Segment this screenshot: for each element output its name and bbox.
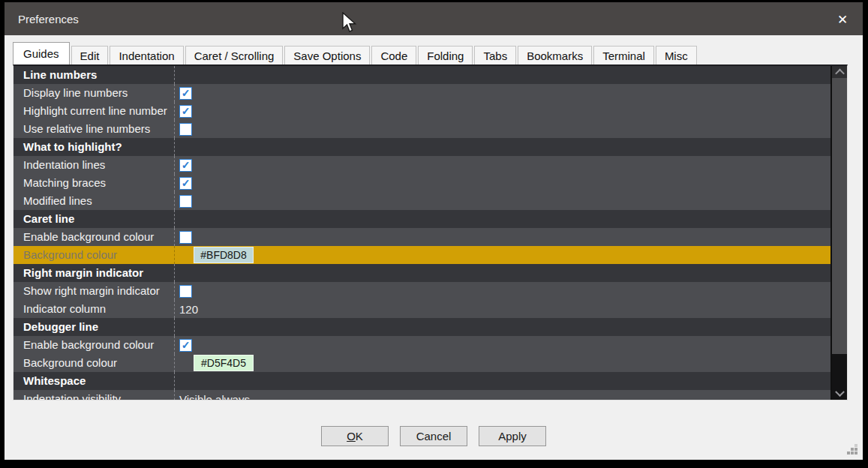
row-label: Debugger line: [14, 318, 174, 336]
setting-row-show-right-margin-indicator[interactable]: Show right margin indicator: [14, 282, 830, 300]
chevron-down-icon: [835, 387, 845, 397]
row-value: [174, 120, 830, 138]
row-label: Right margin indicator: [14, 264, 174, 282]
row-label: Use relative line numbers: [14, 120, 174, 138]
value-text: Visible always: [179, 393, 250, 400]
row-label: What to highlight?: [14, 138, 174, 156]
ok-button[interactable]: OK: [321, 426, 389, 446]
tab-tabs[interactable]: Tabs: [474, 46, 516, 64]
check-icon: ✓: [182, 340, 191, 351]
checkbox[interactable]: ✓: [179, 105, 192, 118]
row-label: Display line numbers: [14, 84, 174, 102]
scroll-up-button[interactable]: [832, 66, 847, 78]
setting-row-indentation-visibility[interactable]: Indentation visibilityVisible always: [14, 390, 830, 400]
tab-misc[interactable]: Misc: [656, 46, 697, 64]
check-icon: ✓: [182, 178, 191, 189]
setting-row-indicator-column[interactable]: Indicator column120: [14, 300, 830, 318]
row-value: ✓: [174, 336, 830, 354]
checkbox[interactable]: [179, 123, 192, 136]
row-value: [174, 138, 830, 156]
setting-row-highlight-current-line-number[interactable]: Highlight current line number✓: [14, 102, 830, 120]
row-label: Enable background colour: [14, 336, 174, 354]
setting-row-matching-braces[interactable]: Matching braces✓: [14, 174, 830, 192]
tab-code[interactable]: Code: [371, 46, 416, 64]
value-text: 120: [179, 303, 198, 316]
section-header-caret-line: Caret line: [14, 210, 830, 228]
section-header-right-margin-indicator: Right margin indicator: [14, 264, 830, 282]
row-value: #D5F4D5: [174, 354, 830, 372]
tab-bookmarks[interactable]: Bookmarks: [518, 46, 592, 64]
row-value: [174, 228, 830, 246]
chevron-up-icon: [835, 68, 845, 78]
row-value: [174, 282, 830, 300]
section-header-what-to-highlight: What to highlight?: [14, 138, 830, 156]
row-value: [174, 66, 830, 84]
section-header-line-numbers: Line numbers: [14, 66, 830, 84]
row-value: [174, 264, 830, 282]
setting-row-modified-lines[interactable]: Modified lines: [14, 192, 830, 210]
row-label: Background colour: [14, 354, 174, 372]
section-header-debugger-line: Debugger line: [14, 318, 830, 336]
row-value: ✓: [174, 84, 830, 102]
check-icon: ✓: [182, 160, 191, 171]
close-icon[interactable]: ✕: [832, 9, 853, 30]
tab-save-options[interactable]: Save Options: [284, 46, 370, 64]
window-title: Preferences: [18, 13, 79, 26]
row-label: Matching braces: [14, 174, 174, 192]
checkbox[interactable]: ✓: [179, 177, 192, 190]
tab-indentation[interactable]: Indentation: [110, 46, 183, 64]
row-value: [174, 192, 830, 210]
checkbox[interactable]: ✓: [179, 87, 192, 100]
scrollbar-thumb[interactable]: [832, 78, 847, 354]
setting-row-enable-background-colour[interactable]: Enable background colour✓: [14, 336, 830, 354]
tab-caret-scrolling[interactable]: Caret / Scrolling: [185, 46, 284, 64]
tab-bar: GuidesEditIndentationCaret / ScrollingSa…: [13, 42, 697, 64]
setting-row-use-relative-line-numbers[interactable]: Use relative line numbers: [14, 120, 830, 138]
apply-button[interactable]: Apply: [479, 426, 546, 446]
row-value: Visible always: [174, 390, 830, 400]
setting-row-display-line-numbers[interactable]: Display line numbers✓: [14, 84, 830, 102]
row-label: Indicator column: [14, 300, 174, 318]
row-value: [174, 210, 830, 228]
section-header-whitespace: Whitespace: [14, 372, 830, 390]
checkbox[interactable]: [179, 231, 192, 244]
tab-folding[interactable]: Folding: [418, 46, 473, 64]
row-label: Whitespace: [14, 372, 174, 390]
row-label: Indentation lines: [14, 156, 174, 174]
scroll-down-button[interactable]: [832, 388, 847, 400]
row-label: Modified lines: [14, 192, 174, 210]
scrollbar-track[interactable]: [832, 354, 847, 388]
checkbox[interactable]: [179, 195, 192, 208]
checkbox[interactable]: [179, 285, 192, 298]
preferences-dialog: Preferences ✕ GuidesEditIndentationCaret…: [5, 2, 863, 460]
check-icon: ✓: [182, 106, 191, 117]
checkbox[interactable]: ✓: [179, 339, 192, 352]
row-value: [174, 372, 830, 390]
checkbox[interactable]: ✓: [179, 159, 192, 172]
tab-guides[interactable]: Guides: [13, 42, 70, 64]
cancel-button[interactable]: Cancel: [400, 426, 467, 446]
setting-row-indentation-lines[interactable]: Indentation lines✓: [14, 156, 830, 174]
row-label: Highlight current line number: [14, 102, 174, 120]
color-swatch[interactable]: #D5F4D5: [194, 355, 254, 371]
row-label: Enable background colour: [14, 228, 174, 246]
settings-list-rows: Line numbersDisplay line numbers✓Highlig…: [14, 66, 830, 400]
row-value: [174, 318, 830, 336]
row-label: Indentation visibility: [14, 390, 174, 400]
tab-edit[interactable]: Edit: [71, 46, 109, 64]
row-value: 120: [174, 300, 830, 318]
row-value: ✓: [174, 156, 830, 174]
settings-list: Line numbersDisplay line numbers✓Highlig…: [13, 64, 848, 400]
color-swatch[interactable]: #BFD8D8: [194, 247, 254, 263]
dialog-button-bar: OKCancelApply: [5, 426, 863, 446]
row-label: Caret line: [14, 210, 174, 228]
tab-terminal[interactable]: Terminal: [593, 46, 654, 64]
title-bar: Preferences ✕: [5, 2, 863, 35]
setting-row-background-colour[interactable]: Background colour#BFD8D8: [14, 246, 830, 264]
scrollbar[interactable]: [830, 66, 847, 400]
resize-grip[interactable]: [847, 444, 859, 456]
setting-row-background-colour[interactable]: Background colour#D5F4D5: [14, 354, 830, 372]
setting-row-enable-background-colour[interactable]: Enable background colour: [14, 228, 830, 246]
row-value: #BFD8D8: [174, 246, 830, 264]
check-icon: ✓: [182, 88, 191, 99]
